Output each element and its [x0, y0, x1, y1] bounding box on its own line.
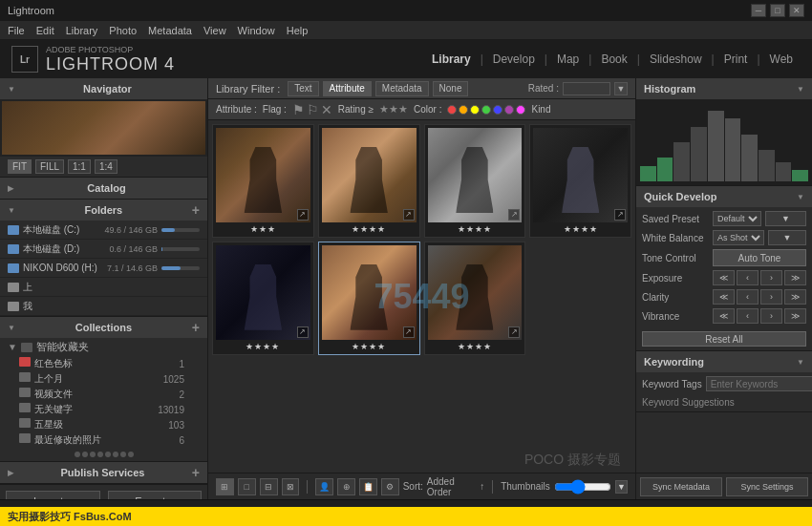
photo-cell-4[interactable]: ↗ ★★★★	[529, 124, 631, 238]
clarity-uu-btn[interactable]: ≫	[784, 289, 806, 305]
export-button[interactable]: Export...	[108, 491, 203, 499]
menu-library[interactable]: Library	[66, 25, 98, 36]
minimize-button[interactable]: ─	[751, 4, 766, 17]
collections-add-btn[interactable]: +	[192, 320, 200, 335]
vibrance-d-btn[interactable]: ‹	[737, 308, 759, 324]
menu-window[interactable]: Window	[238, 25, 275, 36]
nav-library[interactable]: Library	[424, 51, 479, 68]
nav-fit-btn[interactable]: FIT	[8, 159, 32, 174]
folders-add-btn[interactable]: +	[192, 202, 200, 218]
folder-item-we[interactable]: 我	[0, 297, 207, 316]
nav-fill-btn[interactable]: FILL	[35, 159, 64, 174]
keyword-tags-input[interactable]	[706, 376, 812, 391]
nav-develop[interactable]: Develop	[485, 51, 543, 68]
color-purple[interactable]	[504, 105, 514, 115]
saved-preset-select[interactable]: Default	[713, 211, 761, 226]
flag-all-btn[interactable]: ⚑	[292, 102, 305, 117]
exposure-d-btn[interactable]: ‹	[737, 270, 759, 285]
collection-item-red[interactable]: 红色色标 1	[0, 356, 207, 371]
nav-slideshow[interactable]: Slideshow	[642, 51, 710, 68]
nav-web[interactable]: Web	[762, 51, 801, 68]
thumbnail-size-slider[interactable]	[554, 481, 611, 493]
folder-item-up[interactable]: 上	[0, 278, 207, 297]
white-balance-select[interactable]: As Shot	[713, 230, 764, 245]
color-green[interactable]	[481, 105, 491, 115]
view-compare-btn[interactable]: ⊟	[260, 478, 278, 495]
photo-cell-6[interactable]: ↗ ★★★★	[318, 242, 420, 355]
exposure-u-btn[interactable]: ›	[760, 270, 782, 285]
import-button[interactable]: Import...	[6, 491, 100, 499]
folder-item-h[interactable]: NIKON D600 (H:) 7.1 / 14.6 GB	[0, 259, 207, 278]
vibrance-dd-btn[interactable]: ≪	[713, 308, 735, 324]
clarity-dd-btn[interactable]: ≪	[713, 289, 735, 305]
nav-1to4-btn[interactable]: 1:4	[95, 159, 118, 174]
view-book-btn[interactable]: 📋	[359, 478, 377, 495]
folders-header[interactable]: ▼ Folders +	[0, 200, 207, 221]
vibrance-u-btn[interactable]: ›	[760, 308, 782, 324]
keywording-header[interactable]: Keywording ▼	[636, 351, 812, 372]
sync-settings-btn[interactable]: Sync Settings	[726, 477, 808, 496]
view-loupe-btn[interactable]: □	[238, 478, 256, 495]
saved-preset-btn[interactable]: ▼	[765, 211, 806, 226]
flag-rejected-btn[interactable]: ✕	[321, 102, 332, 117]
collection-item-recent[interactable]: 最近修改的照片 6	[0, 432, 207, 448]
folder-item-d[interactable]: 本地磁盘 (D:) 0.6 / 146 GB	[0, 240, 207, 259]
collection-item-nokey[interactable]: 无关键字 13019	[0, 402, 207, 417]
vibrance-uu-btn[interactable]: ≫	[784, 308, 806, 324]
publish-services-header[interactable]: ▶ Publish Services +	[0, 462, 207, 483]
color-red[interactable]	[447, 105, 457, 115]
menu-view[interactable]: View	[203, 25, 226, 36]
flag-flagged-btn[interactable]: ⚐	[307, 102, 319, 117]
reset-all-btn[interactable]: Reset All	[642, 331, 806, 347]
menu-edit[interactable]: Edit	[36, 25, 54, 36]
sync-metadata-btn[interactable]: Sync Metadata	[640, 477, 722, 496]
menu-help[interactable]: Help	[287, 25, 309, 36]
quick-develop-header[interactable]: Quick Develop ▼	[636, 186, 812, 207]
filter-expand-btn[interactable]: ▼	[614, 82, 628, 95]
clarity-u-btn[interactable]: ›	[760, 289, 782, 305]
auto-tone-btn[interactable]: Auto Tone	[713, 249, 806, 266]
menu-file[interactable]: File	[8, 25, 25, 36]
sort-direction-btn[interactable]: ↑	[480, 481, 484, 492]
photo-cell-7[interactable]: ↗ ★★★★	[424, 242, 526, 355]
view-survey-btn[interactable]: ⊠	[282, 478, 300, 495]
photo-cell-2[interactable]: ↗ ★★★★	[318, 124, 420, 238]
color-blue[interactable]	[493, 105, 502, 115]
nav-book[interactable]: Book	[593, 51, 634, 68]
sort-value[interactable]: Added Order	[427, 476, 476, 497]
menu-metadata[interactable]: Metadata	[148, 25, 192, 36]
collection-group-smart[interactable]: ▼ 智能收藏夹	[0, 338, 207, 356]
collection-item-5star[interactable]: 五星级 103	[0, 417, 207, 432]
folder-item-c[interactable]: 本地磁盘 (C:) 49.6 / 146 GB	[0, 221, 207, 240]
photo-cell-5[interactable]: ↗ ★★★★	[212, 242, 314, 355]
color-orange[interactable]	[459, 105, 468, 115]
filter-attribute-btn[interactable]: Attribute	[323, 81, 372, 96]
filter-metadata-btn[interactable]: Metadata	[375, 81, 429, 96]
collection-item-month[interactable]: 上个月 1025	[0, 371, 207, 387]
view-map-btn[interactable]: ⊕	[337, 478, 355, 495]
histogram-header[interactable]: Histogram ▼	[636, 78, 812, 99]
nav-print[interactable]: Print	[716, 51, 756, 68]
nav-1to1-btn[interactable]: 1:1	[68, 159, 91, 174]
publish-add-btn[interactable]: +	[192, 465, 200, 480]
maximize-button[interactable]: □	[770, 4, 785, 17]
close-button[interactable]: ✕	[789, 4, 804, 17]
menu-photo[interactable]: Photo	[109, 25, 137, 36]
center-expand-btn[interactable]: ▼	[615, 480, 628, 494]
color-yellow[interactable]	[470, 105, 480, 115]
rated-selector[interactable]	[563, 82, 610, 95]
photo-cell-3[interactable]: ↗ ★★★★	[424, 124, 526, 238]
color-pink[interactable]	[516, 105, 525, 115]
clarity-d-btn[interactable]: ‹	[737, 289, 759, 305]
exposure-uu-btn[interactable]: ≫	[784, 270, 806, 285]
exposure-dd-btn[interactable]: ≪	[713, 270, 735, 285]
view-grid-btn[interactable]: ⊞	[216, 478, 234, 495]
photo-cell-1[interactable]: ↗ ★★★	[212, 124, 314, 238]
filter-icon-btn[interactable]: ⚙	[381, 478, 399, 495]
filter-none-btn[interactable]: None	[433, 81, 469, 96]
collection-item-video[interactable]: 视频文件 2	[0, 387, 207, 402]
nav-map[interactable]: Map	[549, 51, 587, 68]
view-people-btn[interactable]: 👤	[315, 478, 333, 495]
filter-text-btn[interactable]: Text	[288, 81, 318, 96]
white-balance-btn[interactable]: ▼	[768, 230, 806, 245]
